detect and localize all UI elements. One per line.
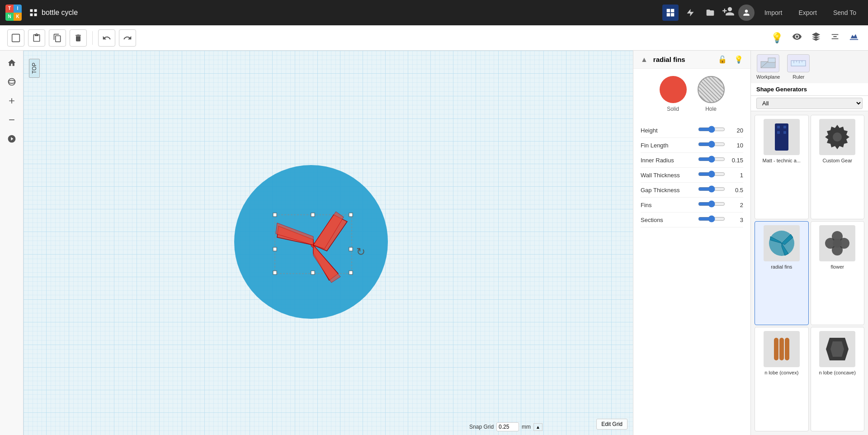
- view-mode-button[interactable]: [790, 30, 804, 46]
- align-button[interactable]: [828, 30, 842, 46]
- param-name: Inner Radius: [641, 157, 698, 164]
- shape-card-n-lobe-convex[interactable]: n lobe (convex): [755, 327, 809, 431]
- svg-rect-51: [785, 338, 789, 360]
- param-slider[interactable]: [698, 126, 725, 133]
- param-slider[interactable]: [698, 156, 725, 163]
- workplane-ruler-section: Workplane Ruler: [751, 51, 868, 83]
- reset-view-button[interactable]: [3, 130, 20, 147]
- new-workplane-button[interactable]: [7, 29, 24, 47]
- props-title: radial fins: [653, 56, 712, 63]
- view-label: TOP: [29, 59, 40, 78]
- workplane-icon: [757, 54, 779, 72]
- hole-option[interactable]: Hole: [698, 76, 725, 112]
- workplane-button[interactable]: Workplane: [756, 54, 780, 80]
- logo: T I N K: [5, 5, 22, 21]
- svg-rect-4: [12, 34, 20, 42]
- param-slider[interactable]: [698, 185, 725, 193]
- svg-rect-12: [273, 247, 277, 251]
- delete-button[interactable]: [70, 29, 87, 47]
- avatar-button[interactable]: [738, 5, 755, 21]
- svg-rect-15: [311, 271, 315, 274]
- param-row: Height20: [641, 123, 743, 138]
- props-params: Height20Fin Length10Inner Radius0.15Wall…: [633, 119, 750, 435]
- param-slider[interactable]: [698, 170, 725, 178]
- param-name: Height: [641, 127, 698, 134]
- undo-button[interactable]: [98, 29, 115, 47]
- shape-card-radial-fins[interactable]: radial fins: [755, 221, 809, 326]
- svg-rect-50: [779, 338, 784, 360]
- app-title-area: bottle cycle: [29, 8, 78, 17]
- shape-label-custom-gear: Custom Gear: [823, 158, 852, 163]
- param-value: 10: [725, 142, 743, 149]
- snap-grid-up[interactable]: ▲: [533, 423, 542, 431]
- redo-button[interactable]: [119, 29, 136, 47]
- props-collapse-button[interactable]: ▲: [639, 55, 650, 65]
- param-row: Wall Thickness1: [641, 168, 743, 183]
- param-value: 0.15: [725, 157, 743, 164]
- shape-thumb-flower: [819, 225, 855, 261]
- svg-rect-1: [671, 9, 675, 13]
- svg-rect-16: [349, 271, 353, 274]
- svg-point-48: [833, 239, 842, 248]
- shape-thumb-n-lobe-convex: [764, 331, 800, 367]
- folder-button[interactable]: [702, 6, 718, 19]
- home-button[interactable]: [3, 54, 20, 71]
- param-slider[interactable]: [698, 141, 725, 148]
- workplane-label: Workplane: [756, 74, 780, 80]
- send-to-button[interactable]: Send To: [827, 6, 863, 19]
- param-value: 0.5: [725, 187, 743, 194]
- shape-card-n-lobe-concave[interactable]: n lobe (concave): [811, 327, 865, 431]
- param-value: 1: [725, 172, 743, 179]
- param-name: Fin Length: [641, 142, 698, 149]
- svg-point-5: [8, 79, 15, 85]
- svg-marker-53: [830, 341, 844, 357]
- build-button[interactable]: [682, 6, 698, 19]
- param-row: Fin Length10: [641, 138, 743, 153]
- param-value: 20: [725, 127, 743, 134]
- logo-t: T: [5, 5, 14, 13]
- zoom-out-button[interactable]: [3, 111, 20, 128]
- perspective-button[interactable]: [809, 30, 823, 46]
- param-row: Fins2: [641, 198, 743, 213]
- shape-label-matt-technic: Matt - technic a...: [763, 158, 801, 163]
- grid-icon: [29, 8, 38, 17]
- shape-gen-select[interactable]: All: [756, 98, 863, 109]
- snap-grid-label: Snap Grid: [469, 424, 494, 430]
- solid-option[interactable]: Solid: [660, 76, 687, 112]
- shape-card-flower[interactable]: flower: [811, 221, 865, 326]
- copy-button[interactable]: [49, 29, 66, 47]
- export-button[interactable]: Export: [792, 6, 823, 19]
- snap-grid-unit: mm: [522, 424, 531, 430]
- ruler-button[interactable]: Ruler: [787, 54, 810, 80]
- param-slider[interactable]: [698, 200, 725, 208]
- add-user-button[interactable]: [722, 5, 735, 20]
- zoom-in-button[interactable]: [3, 92, 20, 109]
- hole-label: Hole: [705, 106, 717, 112]
- props-lock-button[interactable]: 🔓: [716, 54, 729, 65]
- light-icon[interactable]: 💡: [769, 30, 785, 46]
- shape-generators-header: Shape Generators: [751, 83, 868, 96]
- shape-card-matt-technic[interactable]: Matt - technic a...: [755, 115, 809, 219]
- view-3d-button[interactable]: [847, 30, 861, 46]
- snap-grid-area: Snap Grid mm ▲: [469, 422, 542, 431]
- orbit-button[interactable]: [3, 73, 20, 90]
- param-slider[interactable]: [698, 215, 725, 222]
- shape-card-custom-gear[interactable]: Custom Gear: [811, 115, 865, 219]
- toolbar: 💡: [0, 25, 868, 51]
- shape-thumb-matt-technic: [764, 119, 800, 155]
- svg-rect-27: [768, 58, 775, 62]
- grid-view-button[interactable]: [662, 5, 679, 21]
- svg-point-39: [833, 132, 842, 142]
- solid-label: Solid: [667, 106, 679, 112]
- paste-button[interactable]: [28, 29, 45, 47]
- param-name: Gap Thickness: [641, 187, 698, 194]
- props-visibility-button[interactable]: 💡: [732, 54, 745, 65]
- shape-generators-label: Shape Generators: [756, 86, 807, 93]
- props-panel: ▲ radial fins 🔓 💡 Solid Hole Height20Fin…: [633, 51, 750, 435]
- snap-grid-input[interactable]: [496, 422, 519, 431]
- import-button[interactable]: Import: [758, 6, 789, 19]
- shape-thumb-custom-gear: [819, 119, 855, 155]
- edit-grid-button[interactable]: Edit Grid: [596, 419, 627, 430]
- viewport[interactable]: TOP ↻: [24, 51, 633, 435]
- svg-rect-28: [791, 61, 806, 66]
